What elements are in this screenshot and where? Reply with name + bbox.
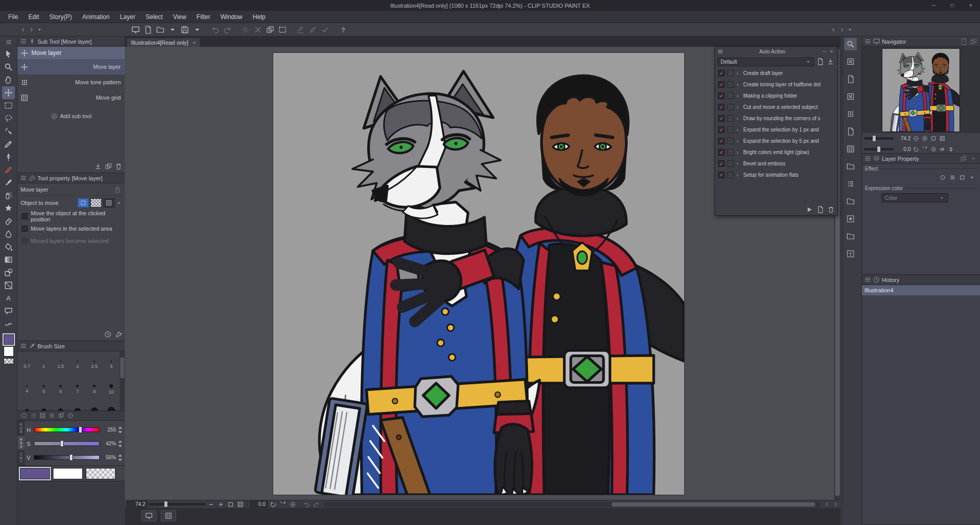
panel-dock-icon[interactable] <box>969 38 977 46</box>
pencil-tool[interactable] <box>2 163 15 176</box>
layer-color-button[interactable] <box>958 174 966 181</box>
brush-size-option[interactable]: 12 <box>18 402 35 411</box>
move-layer-mode-button[interactable] <box>78 198 89 208</box>
material-manga-folder[interactable] <box>844 160 857 173</box>
main-color-chip[interactable] <box>20 468 50 479</box>
brush-size-scrollbar[interactable] <box>120 351 125 410</box>
enabled-checkbox[interactable] <box>718 70 725 77</box>
material-3d-folder[interactable] <box>844 230 857 242</box>
lock-icon[interactable] <box>114 185 122 194</box>
enabled-checkbox[interactable] <box>718 115 725 122</box>
fit-to-window-button[interactable] <box>227 500 235 509</box>
rotate-left-button[interactable] <box>912 145 920 153</box>
material-text[interactable]: T <box>844 248 857 260</box>
open-file-button[interactable] <box>155 24 166 35</box>
gradient-tool[interactable] <box>2 253 15 266</box>
sub-tool-item[interactable]: Move layer <box>17 59 125 74</box>
panel-menu-icon[interactable] <box>864 276 871 283</box>
add-auto-action-button[interactable] <box>816 205 824 214</box>
airbrush-tool[interactable] <box>2 189 15 202</box>
material-grid[interactable] <box>844 143 857 155</box>
reset-rotation-button[interactable] <box>930 145 937 153</box>
expand-arrow-icon[interactable] <box>737 115 741 121</box>
enabled-checkbox[interactable] <box>718 92 725 99</box>
figure-tool[interactable] <box>2 266 15 279</box>
brush-size-option[interactable]: 4 <box>18 377 35 402</box>
auto-select-tool[interactable] <box>2 125 15 138</box>
rotate-left-button[interactable] <box>269 500 277 509</box>
panel-menu-icon[interactable] <box>20 38 27 45</box>
actual-pixels-button[interactable] <box>236 500 244 509</box>
save-file-caret[interactable] <box>192 24 203 35</box>
text-tool[interactable]: A <box>2 292 15 305</box>
brush-tool[interactable] <box>2 176 15 189</box>
open-file-caret[interactable] <box>167 24 178 35</box>
material-halftone[interactable] <box>844 108 857 120</box>
frame-border-tool[interactable] <box>2 279 15 292</box>
value-spinner[interactable] <box>118 454 123 461</box>
main-color-swatch[interactable] <box>4 334 14 345</box>
redo-button[interactable] <box>312 500 321 509</box>
close-button[interactable]: × <box>962 0 980 11</box>
subview-icon[interactable] <box>959 38 968 46</box>
auto-action-item[interactable]: Draw by rounding the corners of s <box>715 113 837 124</box>
auto-action-item[interactable]: Bevel and emboss <box>715 158 837 169</box>
navigator-preview[interactable] <box>862 47 980 133</box>
assign-checkbox[interactable] <box>727 126 734 133</box>
menu-item[interactable]: View <box>168 13 192 21</box>
brush-size-option[interactable]: 8 <box>86 377 103 402</box>
minimize-button[interactable]: ─ <box>925 0 943 11</box>
transparent-color-chip[interactable] <box>86 468 116 479</box>
scroll-right-icon[interactable] <box>832 501 839 508</box>
clear-button[interactable] <box>240 24 251 35</box>
mode-caret-icon[interactable] <box>116 200 122 206</box>
color-slider-handle[interactable] <box>69 454 73 461</box>
panel-menu-icon[interactable] <box>20 175 27 181</box>
menu-item[interactable]: Edit <box>23 13 44 21</box>
panel-menu-icon[interactable] <box>717 48 724 55</box>
menu-item[interactable]: Select <box>140 13 167 21</box>
separator[interactable] <box>332 24 336 35</box>
operation-tool[interactable] <box>2 48 15 61</box>
line-correction-tool[interactable] <box>2 317 15 330</box>
tool-property-checkbox[interactable]: Move layers in the selected area <box>17 222 125 235</box>
duplicate-sub-tool-button[interactable] <box>104 162 112 171</box>
add-sub-tool-button[interactable]: Add sub tool <box>17 109 125 123</box>
new-auto-action-set-button[interactable] <box>816 58 824 66</box>
material-search[interactable] <box>844 38 857 50</box>
minimize-panel-icon[interactable]: ─ <box>821 49 828 54</box>
value-spinner[interactable] <box>118 426 123 434</box>
menu-item[interactable]: File <box>3 13 23 21</box>
assign-checkbox[interactable] <box>727 70 734 77</box>
color-history-tab[interactable] <box>67 412 74 419</box>
undo-button[interactable] <box>303 500 311 509</box>
zoom-slider[interactable] <box>149 503 205 505</box>
expand-right-icon[interactable] <box>838 26 845 33</box>
auto-action-item[interactable]: Create toning layer of halftone dot <box>715 79 837 90</box>
blend-tool[interactable] <box>2 228 15 240</box>
brush-size-option[interactable]: 17 <box>52 402 69 411</box>
sub-tool-item[interactable]: Move tone pattern <box>17 74 125 90</box>
zoom-in-button[interactable] <box>921 135 929 142</box>
delete-auto-action-button[interactable] <box>827 205 835 214</box>
separator[interactable] <box>234 24 239 35</box>
selection-tool[interactable] <box>2 99 15 112</box>
fit-screen-button[interactable] <box>141 510 157 521</box>
brush-size-option[interactable]: 10 <box>103 377 120 402</box>
reset-view-button[interactable] <box>289 500 297 509</box>
sub-color-swatch[interactable] <box>4 346 14 357</box>
expand-left-icon[interactable] <box>28 26 35 33</box>
enabled-checkbox[interactable] <box>718 172 725 178</box>
menu-item[interactable]: Story(P) <box>44 13 77 21</box>
brush-size-option[interactable]: 7 <box>69 377 86 402</box>
auto-action-item[interactable]: Create draft layer <box>715 67 837 79</box>
approximate-color-tab[interactable] <box>58 412 65 419</box>
brush-size-option[interactable]: 0.7 <box>18 352 35 377</box>
close-panel-icon[interactable]: × <box>828 49 835 54</box>
expand-arrow-icon[interactable] <box>737 70 741 76</box>
color-wheel-tab[interactable] <box>21 412 28 419</box>
brush-size-option[interactable]: 15 <box>35 402 52 411</box>
preset-dropdown[interactable]: Default <box>718 58 814 66</box>
auto-action-item[interactable]: Cut and move a selected subject <box>715 101 837 113</box>
enabled-checkbox[interactable] <box>718 138 725 144</box>
